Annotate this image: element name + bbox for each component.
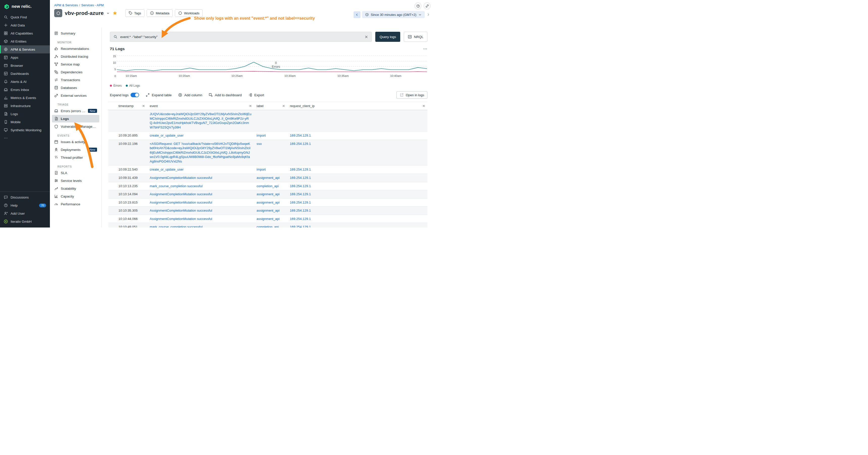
time-forward-button[interactable] (427, 13, 430, 17)
cell-event[interactable]: mark_course_completion successful (147, 182, 254, 190)
permalink-button[interactable] (424, 2, 431, 9)
sidebar-item-all-entities[interactable]: All Entities (0, 37, 50, 45)
row-select-cell[interactable] (108, 215, 116, 223)
table-row[interactable]: 10:10:49.051mark_course_completion succe… (108, 223, 428, 228)
entity-nav-item-capacity[interactable]: Capacity (52, 193, 99, 200)
sidebar-item-dashboards[interactable]: Dashboards (0, 69, 50, 77)
cell-request-client-ip[interactable]: 169.254.129.1 (287, 198, 428, 206)
row-select-cell[interactable] (108, 223, 116, 228)
header-label[interactable]: label (254, 102, 287, 110)
cell-event[interactable]: <ASGIRequest: GET '/sso/callback/?state=… (147, 140, 254, 165)
time-back-button[interactable] (353, 11, 361, 18)
query-logs-button[interactable]: Query logs (375, 32, 400, 42)
row-select-cell[interactable] (108, 165, 116, 173)
entity-nav-item-summary[interactable]: Summary (52, 30, 99, 37)
query-input[interactable] (120, 35, 362, 39)
cell-event[interactable]: AssignmentCompletionMutation successful (147, 198, 254, 206)
sidebar-item-logs[interactable]: Logs (0, 110, 50, 118)
clear-query-icon[interactable] (365, 35, 368, 39)
cell-request-client-ip[interactable]: 169.254.129.1 (287, 190, 428, 198)
time-picker[interactable]: Since 30 minutes ago (GMT+2) (362, 11, 425, 18)
cell-label[interactable]: assignment_api (254, 190, 287, 198)
sidebar-item-quick-find[interactable]: Quick Find (0, 13, 50, 21)
expand-table-button[interactable]: Expand table (146, 93, 172, 97)
sidebar-item-browser[interactable]: Browser (0, 62, 50, 69)
export-button[interactable]: Export (248, 93, 264, 97)
row-select-cell[interactable] (108, 140, 116, 165)
favorite-star-icon[interactable] (113, 11, 117, 15)
sidebar-item-apm-services[interactable]: APM & Services (0, 45, 50, 54)
entity-nav-item-sla[interactable]: SLA (52, 169, 99, 176)
entity-nav-item-external-services[interactable]: External services (52, 92, 99, 99)
entity-nav-item-logs[interactable]: Logs (52, 115, 99, 123)
header-event[interactable]: event (147, 102, 254, 110)
sidebar-item-apps[interactable]: Apps (0, 54, 50, 62)
table-row[interactable]: 10:09:31.439AssignmentCompletionMutation… (108, 174, 428, 182)
row-select-cell[interactable] (108, 110, 116, 131)
sidebar-item-synthetic-monitoring[interactable]: Synthetic Monitoring (0, 126, 50, 134)
entity-nav-item-transactions[interactable]: Transactions (52, 76, 99, 84)
table-row[interactable]: 10:10:14.094AssignmentCompletionMutation… (108, 190, 428, 198)
sidebar-item-add-data[interactable]: Add Data (0, 21, 50, 29)
entity-nav-item-deployments[interactable]: DeploymentsNew (52, 146, 99, 154)
metadata-button[interactable]: Metadata (147, 9, 173, 17)
legend-item-all-logs[interactable]: All Logs (126, 84, 140, 88)
remove-label-column-icon[interactable] (282, 104, 285, 107)
sidebar-item-errors-inbox[interactable]: Errors Inbox (0, 86, 50, 94)
sidebar-item-iterativ-gmbh[interactable]: Iterativ GmbH (0, 218, 50, 226)
add-column-button[interactable]: Add column (178, 93, 202, 97)
entity-nav-item-dependencies[interactable]: Dependencies (52, 68, 99, 76)
cell-label[interactable]: completion_api (254, 223, 287, 228)
remove-timestamp-column-icon[interactable] (142, 104, 145, 107)
table-row[interactable]: 10:09:22.540create_or_update_userimport1… (108, 165, 428, 174)
cell-request-client-ip[interactable]: 169.254.129.1 (287, 165, 428, 173)
cell-request-client-ip[interactable]: 169.254.129.1 (287, 215, 428, 223)
cell-label[interactable]: import (254, 165, 287, 173)
breadcrumb-apm-services[interactable]: APM & Services (54, 3, 78, 7)
entity-nav-item-distributed-tracing[interactable]: Distributed tracing (52, 53, 99, 60)
cell-event[interactable]: AssignmentCompletionMutation successful (147, 206, 254, 215)
help-circle-button[interactable] (414, 2, 422, 9)
cell-label[interactable] (254, 110, 287, 131)
remove-event-column-icon[interactable] (249, 104, 252, 107)
entity-nav-item-recommendations[interactable]: Recommendations (52, 45, 99, 53)
sidebar-item-discussions[interactable]: Discussions (0, 193, 50, 201)
entity-nav-item-thread-profiler[interactable]: Thread profiler (52, 154, 99, 161)
cell-label[interactable]: assignment_api (254, 174, 287, 182)
workloads-button[interactable]: Workloads (175, 9, 203, 17)
entity-nav-item-scalability[interactable]: Scalability (52, 185, 99, 192)
entity-nav-item-service-levels[interactable]: Service levels (52, 177, 99, 185)
cell-event[interactable]: create_or_update_user (147, 131, 254, 139)
legend-item-errors[interactable]: Errors (110, 84, 122, 88)
cell-request-client-ip[interactable]: 169.254.129.1 (287, 140, 428, 165)
cell-request-client-ip[interactable]: 169.254.129.1 (287, 131, 428, 139)
cell-label[interactable]: assignment_api (254, 198, 287, 206)
sidebar-item-metrics-events[interactable]: Metrics & Events (0, 94, 50, 102)
entity-dropdown-chevron-icon[interactable] (106, 11, 110, 15)
table-row[interactable]: 10:09:22.196<ASGIRequest: GET '/sso/call… (108, 140, 428, 166)
entity-nav-item-databases[interactable]: Databases (52, 84, 99, 92)
cell-request-client-ip[interactable]: 169.254.129.1 (287, 182, 428, 190)
cell-request-client-ip[interactable]: 169.254.129.1 (287, 223, 428, 228)
sidebar-item-mobile[interactable]: Mobile (0, 118, 50, 126)
cell-request-client-ip[interactable] (287, 110, 428, 131)
remove-request-client-ip-column-icon[interactable] (422, 104, 426, 107)
entity-nav-item-issues-activity[interactable]: Issues & activity (52, 138, 99, 145)
row-select-cell[interactable] (108, 198, 116, 206)
header-request-client-ip[interactable]: request_client_ip (287, 102, 428, 110)
entity-nav-item-service-map[interactable]: Service map (52, 61, 99, 68)
add-to-dashboard-button[interactable]: Add to dashboard (209, 93, 242, 97)
cell-event[interactable]: mark_course_completion successful (147, 223, 254, 228)
table-row[interactable]: 10:10:23.815AssignmentCompletionMutation… (108, 198, 428, 207)
row-select-cell[interactable] (108, 174, 116, 182)
cell-request-client-ip[interactable]: 169.254.129.1 (287, 174, 428, 182)
nrql-button[interactable]: NRQL (404, 32, 428, 42)
cell-label[interactable]: sso (254, 140, 287, 165)
entity-nav-item-vulnerability-management[interactable]: Vulnerability Management (52, 123, 99, 130)
cell-label[interactable]: assignment_api (254, 206, 287, 215)
cell-event[interactable]: AssignmentCompletionMutation successful (147, 190, 254, 198)
table-row[interactable]: 10:10:44.066AssignmentCompletionMutation… (108, 215, 428, 223)
breadcrumb-services-apm[interactable]: Services - APM (82, 3, 104, 7)
sidebar-item-add-user[interactable]: Add User (0, 209, 50, 218)
sidebar-item-alerts-ai[interactable]: Alerts & AI (0, 77, 50, 86)
